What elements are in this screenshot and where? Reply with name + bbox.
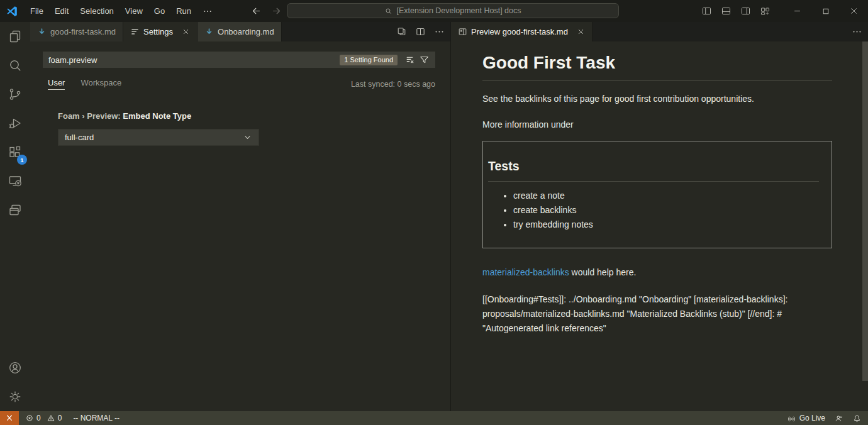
materialized-backlinks-link[interactable]: materialized-backlinks <box>482 267 569 277</box>
tab-label: Onboarding.md <box>218 27 274 36</box>
embedded-note-list: create a note create backlinks try embed… <box>488 190 823 229</box>
maximize-button[interactable] <box>811 0 840 22</box>
remote-indicator[interactable] <box>0 411 19 425</box>
embed-note-type-select[interactable]: full-card <box>58 129 259 146</box>
split-editor-icon[interactable] <box>413 25 428 40</box>
tab-preview-good-first-task[interactable]: Preview good-first-task.md <box>451 22 593 41</box>
tab-bar-left: good-first-task.md Settings Onboarding.m… <box>30 22 450 41</box>
menu-bar: File Edit Selection View Go Run <box>25 6 218 16</box>
layout-controls <box>701 6 771 16</box>
chevron-down-icon <box>243 133 252 142</box>
minimize-button[interactable] <box>783 0 811 22</box>
menu-file[interactable]: File <box>25 6 49 16</box>
settings-results-badge: 1 Setting Found <box>340 55 398 65</box>
extensions-icon[interactable]: 1 <box>0 138 30 167</box>
tab-settings[interactable]: Settings <box>123 22 198 41</box>
reference-line: proposals/materialized-backlinks.md "Mat… <box>482 307 832 321</box>
setting-title: Foam › Preview: Embed Note Type <box>58 111 435 121</box>
editor-group-left: good-first-task.md Settings Onboarding.m… <box>30 22 450 411</box>
close-tab-icon[interactable] <box>182 28 190 36</box>
panels-view-icon[interactable] <box>0 196 30 224</box>
toggle-sidebar-icon[interactable] <box>701 6 712 16</box>
settings-search-input[interactable]: foam.preview 1 Setting Found <box>43 52 435 68</box>
vscode-window: File Edit Selection View Go Run [Extensi… <box>0 0 868 425</box>
go-live-button[interactable]: Go Live <box>787 414 825 423</box>
toggle-secondary-sidebar-icon[interactable] <box>740 6 751 16</box>
tab-good-first-task[interactable]: good-first-task.md <box>30 22 123 41</box>
workbench: 1 good-first-task.md <box>0 22 868 411</box>
more-actions-icon[interactable] <box>431 25 447 40</box>
more-actions-icon[interactable] <box>849 25 864 40</box>
source-control-icon[interactable] <box>0 80 30 109</box>
menu-view[interactable]: View <box>120 6 148 16</box>
tab-bar-right: Preview good-first-task.md <box>451 22 868 41</box>
notifications-bell-icon[interactable] <box>852 414 862 423</box>
errors-icon <box>25 414 34 422</box>
forward-arrow-icon[interactable] <box>269 4 283 18</box>
settings-search-value: foam.preview <box>48 55 340 65</box>
scope-tab-user[interactable]: User <box>48 78 65 90</box>
history-nav <box>249 4 283 18</box>
broadcast-icon <box>787 414 796 423</box>
markdown-file-icon <box>37 27 47 36</box>
menu-run[interactable]: Run <box>170 6 197 16</box>
status-bar: 0 0 -- NORMAL -- Go Live <box>0 411 868 425</box>
preview-intro-paragraph: See the backlinks of this page for good … <box>482 94 832 104</box>
back-arrow-icon[interactable] <box>249 4 263 18</box>
setting-name: Embed Note Type <box>123 111 191 121</box>
tab-label: good-first-task.md <box>50 27 116 36</box>
command-center-search[interactable]: [Extension Development Host] docs <box>287 3 619 18</box>
tab-label: Preview good-first-task.md <box>471 27 568 36</box>
menu-more-icon[interactable] <box>197 6 218 16</box>
markdown-preview-icon <box>458 27 467 36</box>
customize-layout-icon[interactable] <box>760 6 771 16</box>
vim-mode-indicator[interactable]: -- NORMAL -- <box>73 414 120 422</box>
status-bar-right: Go Live <box>787 414 868 423</box>
warnings-icon <box>47 414 55 422</box>
editor-actions-right <box>849 22 864 41</box>
settings-editor-icon <box>130 27 140 36</box>
warnings-count: 0 <box>58 414 62 422</box>
open-preview-icon[interactable] <box>394 25 409 40</box>
search-icon <box>384 7 392 15</box>
remote-explorer-icon[interactable] <box>0 167 30 196</box>
command-center-text: [Extension Development Host] docs <box>396 6 521 15</box>
run-debug-icon[interactable] <box>0 109 30 138</box>
setting-category: Foam › Preview: <box>58 111 123 121</box>
problems-indicator[interactable]: 0 0 <box>25 414 62 422</box>
select-value: full-card <box>65 133 94 142</box>
list-item: create backlinks <box>513 205 823 215</box>
preview-title: Good First Task <box>482 53 832 81</box>
backlink-paragraph: materialized-backlinks would help here. <box>482 267 832 277</box>
go-live-label: Go Live <box>799 414 825 422</box>
toggle-panel-icon[interactable] <box>721 6 732 16</box>
setting-item-embed-note-type: Foam › Preview: Embed Note Type full-car… <box>43 111 435 146</box>
editor-actions-left <box>394 22 447 41</box>
backlink-suffix-text: would help here. <box>569 267 637 277</box>
reference-line: [[Onboarding#Tests]]: ../Onboarding.md "… <box>482 292 832 307</box>
preview-more-info-paragraph: More information under <box>482 119 832 130</box>
menu-go[interactable]: Go <box>148 6 170 16</box>
clear-filters-icon[interactable] <box>403 53 417 67</box>
accounts-icon[interactable] <box>0 353 30 382</box>
search-view-icon[interactable] <box>0 51 30 80</box>
tab-onboarding[interactable]: Onboarding.md <box>198 22 282 41</box>
menu-edit[interactable]: Edit <box>49 6 74 16</box>
scope-tab-workspace[interactable]: Workspace <box>81 78 121 90</box>
embedded-note-title: Tests <box>488 159 819 182</box>
link-references-paragraph: [[Onboarding#Tests]]: ../Onboarding.md "… <box>482 292 832 336</box>
activity-bar: 1 <box>0 22 30 411</box>
close-tab-icon[interactable] <box>577 28 585 36</box>
preview-scrollbar[interactable] <box>862 41 868 381</box>
feedback-icon[interactable] <box>834 414 843 423</box>
explorer-icon[interactable] <box>0 22 30 51</box>
editor-group-right: Preview good-first-task.md Good First Ta… <box>450 22 868 411</box>
extensions-badge: 1 <box>17 155 27 165</box>
close-window-button[interactable] <box>840 0 868 22</box>
embedded-note-card: Tests create a note create backlinks try… <box>482 141 832 248</box>
menu-selection[interactable]: Selection <box>74 6 119 16</box>
title-bar-right <box>701 0 868 22</box>
reference-line: "Autogenerated link references" <box>482 321 832 336</box>
settings-gear-icon[interactable] <box>0 382 30 411</box>
filter-funnel-icon[interactable] <box>417 53 431 67</box>
